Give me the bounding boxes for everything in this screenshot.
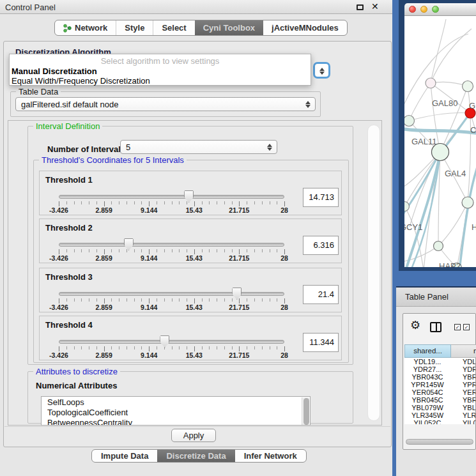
tab-discretize-data[interactable]: Discretize Data — [157, 450, 234, 462]
tab-jactivemnodules[interactable]: jActiveMNodules — [263, 20, 347, 35]
table-row[interactable]: YLR345WYLR3 — [404, 411, 475, 419]
GAL80-node[interactable] — [426, 78, 436, 88]
table-row[interactable]: YIL052CYIL0 — [404, 419, 475, 424]
list-item[interactable]: TopologicalCoefficient — [42, 407, 310, 417]
cell-name[interactable]: YIL0 — [463, 419, 475, 424]
gear-icon[interactable]: ⚙ — [410, 319, 420, 331]
table-panel-title: Table Panel — [405, 292, 449, 302]
scale-tick-label: 15.43 — [186, 351, 203, 359]
table-rows[interactable]: YDL19...YDL1YDR27...YDR2YBR043CYBR0YPR14… — [404, 358, 475, 424]
close-icon[interactable]: ✕ — [371, 1, 379, 12]
number-of-intervals-combobox[interactable]: 5 — [120, 140, 277, 154]
table-row[interactable]: YBR045CYBR0 — [404, 396, 475, 404]
cell-shared-name[interactable]: YBR043C — [404, 373, 450, 381]
table-row[interactable]: YBR043CYBR0 — [404, 373, 475, 381]
network-edge[interactable] — [404, 206, 424, 267]
cell-shared-name[interactable]: YBL079W — [404, 404, 450, 411]
node-label: C — [470, 125, 476, 135]
interval-definition-title: Interval Definition — [33, 121, 102, 131]
cell-shared-name[interactable]: YER054C — [404, 388, 450, 396]
minimize-traffic-light-icon[interactable] — [420, 6, 427, 13]
cell-shared-name[interactable]: YDR27... — [404, 365, 450, 373]
vertical-scrollbar-track[interactable] — [367, 125, 380, 421]
threshold-1-value-field[interactable]: 14.713 — [303, 188, 339, 207]
table-row[interactable]: YBL079WYBL0 — [404, 404, 475, 411]
table-row[interactable]: YDR27...YDR2 — [404, 365, 475, 373]
node-label: GCY1 — [404, 222, 422, 232]
horizontal-scrollbar-thumb[interactable] — [406, 439, 473, 445]
table-row[interactable]: YPR145WYPR1 — [404, 381, 475, 388]
scale-tick-label: 9.144 — [141, 206, 157, 214]
cell-shared-name[interactable]: YBR045C — [404, 396, 450, 404]
numerical-attributes-list[interactable]: SelfLoops TopologicalCoefficient Between… — [41, 396, 311, 426]
network-edge[interactable] — [431, 19, 446, 83]
cell-shared-name[interactable]: YLR345W — [404, 411, 450, 419]
cell-name[interactable]: YBR0 — [463, 373, 475, 381]
scale-tick-label: 9.144 — [141, 303, 157, 311]
top-right-node[interactable] — [463, 81, 473, 92]
threshold-3-value-field[interactable]: 21.4 — [303, 285, 339, 304]
checkbox-icon[interactable]: ✓ — [454, 324, 461, 330]
list-item[interactable]: BetweennessCentrality — [42, 417, 310, 426]
cell-name[interactable]: YPR1 — [463, 381, 475, 388]
tab-select[interactable]: Select — [153, 20, 194, 35]
threshold-2-slider-thumb[interactable] — [124, 238, 134, 250]
threshold-4-value-field[interactable]: 11.344 — [303, 333, 339, 352]
HAP2-node[interactable] — [434, 242, 443, 251]
checkbox-icon[interactable]: ✓ — [463, 324, 470, 330]
list-scrollbar-thumb[interactable] — [303, 398, 309, 425]
list-scrollbar-track[interactable] — [302, 397, 309, 426]
table-data-combobox[interactable]: galFiltered.sif default node — [15, 97, 316, 111]
algorithm-combobox-focused-edge[interactable] — [313, 62, 330, 79]
tab-cyni-toolbox[interactable]: Cyni Toolbox — [195, 20, 263, 35]
spinner-arrows-icon — [319, 67, 325, 75]
float-window-icon[interactable] — [357, 4, 364, 10]
popup-option-equal-width-frequency[interactable]: Equal Width/Frequency Discretization — [12, 76, 150, 86]
threshold-3-panel: Threshold 3 -3.4262.8599.14415.4321.7152… — [39, 268, 342, 312]
table-row[interactable]: YDL19...YDL1 — [404, 358, 475, 365]
cell-name[interactable]: YBR0 — [463, 396, 475, 404]
threshold-1-slider-thumb[interactable] — [184, 190, 194, 203]
GAL11-node[interactable] — [404, 116, 415, 127]
table-panel-titlebar[interactable]: Table Panel — [396, 288, 476, 307]
tab-impute-data[interactable]: Impute Data — [92, 450, 157, 462]
tab-style[interactable]: Style — [116, 20, 153, 35]
scale-tick-label: 2.859 — [95, 254, 112, 262]
table-data-group: Table Data galFiltered.sif default node — [10, 91, 321, 117]
cell-name[interactable]: YLR3 — [463, 411, 475, 419]
threshold-4-slider-thumb[interactable] — [160, 335, 169, 348]
node-label: H — [472, 222, 476, 232]
network-canvas[interactable]: GAL80GCGAL11GAL4GCY1HHAP2 — [404, 16, 476, 267]
column-header-shared-name[interactable]: shared... — [404, 344, 451, 358]
cell-shared-name[interactable]: YDL19... — [404, 358, 450, 365]
node-label: GAL11 — [411, 137, 437, 146]
apply-button[interactable]: Apply — [171, 429, 216, 442]
tab-network[interactable]: Network — [55, 20, 116, 35]
column-header-name[interactable]: na — [451, 344, 476, 358]
cell-name[interactable]: YDR2 — [463, 365, 475, 373]
threshold-3-slider-thumb[interactable] — [232, 288, 242, 300]
network-edge[interactable] — [440, 86, 468, 152]
scale-tick-label: 28 — [280, 254, 288, 262]
close-traffic-light-icon[interactable] — [409, 6, 416, 13]
network-window-titlebar[interactable] — [404, 3, 476, 16]
cell-name[interactable]: YDL1 — [463, 358, 475, 365]
tab-infer-network[interactable]: Infer Network — [235, 450, 306, 462]
network-edge[interactable] — [409, 113, 470, 121]
threshold-2-value-field[interactable]: 6.316 — [303, 236, 339, 255]
threshold-coordinates-group: Threshold's Coordinates for 5 Intervals … — [33, 160, 349, 363]
cell-name[interactable]: YER0 — [463, 388, 475, 396]
split-columns-icon[interactable] — [430, 322, 441, 332]
network-edge[interactable] — [410, 152, 440, 227]
table-row[interactable]: YER054CYER0 — [404, 388, 475, 396]
right-mid-node[interactable] — [462, 197, 473, 208]
cell-shared-name[interactable]: YIL052C — [404, 419, 450, 424]
cell-shared-name[interactable]: YPR145W — [404, 381, 450, 388]
network-edge-thick[interactable] — [404, 128, 476, 134]
popup-option-manual-discretization[interactable]: Manual Discretization — [12, 66, 97, 76]
list-item[interactable]: SelfLoops — [42, 397, 310, 407]
cell-name[interactable]: YBL0 — [463, 404, 475, 411]
GCY1-node[interactable] — [404, 202, 410, 211]
zoom-traffic-light-icon[interactable] — [432, 6, 439, 13]
scale-tick-label: 28 — [280, 206, 288, 214]
